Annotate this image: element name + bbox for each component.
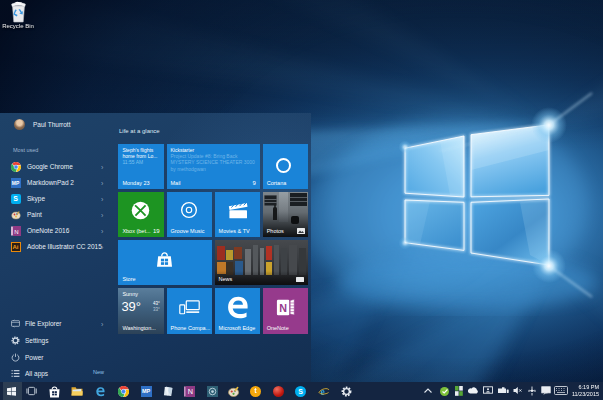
svg-text:N: N xyxy=(279,302,287,314)
svg-text:N: N xyxy=(14,229,18,235)
svg-text:e: e xyxy=(321,387,325,397)
svg-text:N: N xyxy=(188,387,193,396)
